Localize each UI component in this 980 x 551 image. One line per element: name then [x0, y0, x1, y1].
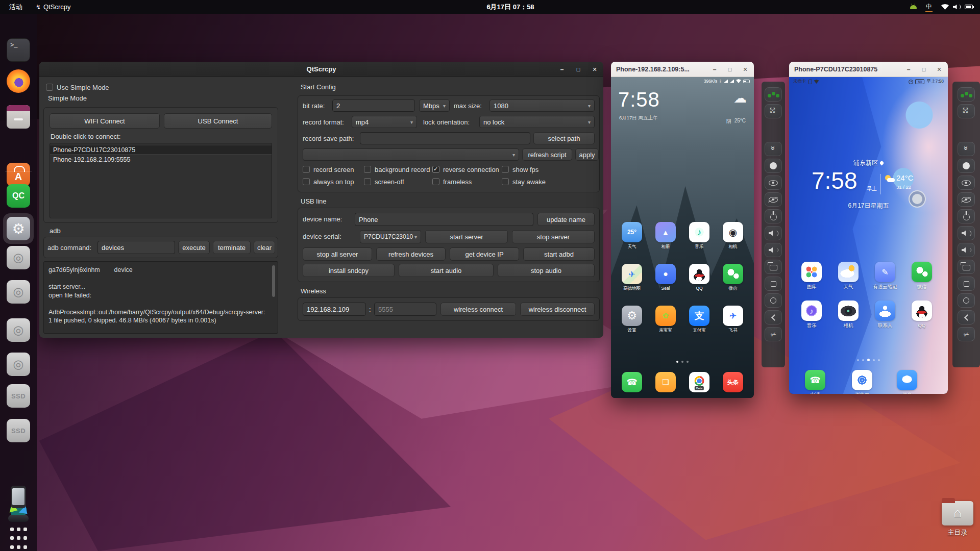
- volume-up-button[interactable]: [765, 226, 782, 240]
- always-on-top-checkbox[interactable]: [303, 178, 310, 185]
- assistive-ball[interactable]: [909, 190, 926, 208]
- app-yinyue[interactable]: ♪音乐: [689, 222, 709, 264]
- volume-down-button[interactable]: [765, 243, 782, 257]
- execute-button[interactable]: execute: [178, 241, 210, 254]
- app-tianqi[interactable]: 天气: [838, 262, 859, 300]
- select-path-button[interactable]: select path: [533, 132, 595, 144]
- device-serial-combo[interactable]: P7CDU17C23010▾: [360, 230, 421, 243]
- system-status-menu[interactable]: [941, 4, 973, 10]
- app-qq[interactable]: QQ: [912, 300, 932, 339]
- close-button[interactable]: [935, 65, 944, 74]
- app-shezhi[interactable]: ⚙设置: [622, 306, 642, 347]
- maximize-button[interactable]: [574, 65, 583, 74]
- home-button[interactable]: [958, 293, 975, 308]
- start-adbd-button[interactable]: start adbd: [523, 247, 595, 261]
- screenshot-button[interactable]: [765, 327, 782, 341]
- dock-app-messages[interactable]: 信息: [897, 370, 917, 394]
- device-list-item[interactable]: Phone-P7CDU17C23010875: [50, 145, 272, 155]
- dock-item-files[interactable]: [7, 105, 30, 129]
- bit-rate-unit-combo[interactable]: Mbps▾: [419, 99, 450, 112]
- adb-command-input[interactable]: devices: [97, 241, 175, 254]
- close-button[interactable]: [741, 65, 750, 74]
- expand-collapse-button[interactable]: [765, 142, 782, 156]
- app-lianxiren[interactable]: 联系人: [875, 300, 895, 339]
- terminate-button[interactable]: terminate: [213, 241, 251, 254]
- device-name-input[interactable]: Phone: [355, 213, 533, 226]
- reverse-connection-checkbox[interactable]: [432, 166, 439, 173]
- get-device-ip-button[interactable]: get device IP: [450, 247, 519, 261]
- wireless-port-input[interactable]: 5555: [374, 303, 436, 316]
- record-screen-checkbox[interactable]: [303, 166, 310, 173]
- app-tianqi[interactable]: 25°天气: [622, 222, 642, 264]
- app-qinbaobao[interactable]: ✿亲宝宝: [655, 306, 676, 347]
- app-feishu[interactable]: ✈飞书: [723, 306, 743, 347]
- dock-item-ssd-1[interactable]: SSD: [7, 384, 30, 408]
- dock-item-firefox[interactable]: [7, 69, 30, 93]
- desktop-home-folder[interactable]: ⌂ 主目录: [937, 501, 978, 537]
- dock-item-show-applications[interactable]: [7, 527, 30, 550]
- dock-app-phone[interactable]: ☎电话: [805, 370, 825, 394]
- clock-menu[interactable]: 6月17日 07：58: [486, 0, 534, 14]
- dock-app-toutiao[interactable]: 头条: [723, 372, 743, 392]
- adb-log-output[interactable]: ga7d65ylnj6xinhm device start server... …: [43, 261, 278, 334]
- wireless-ip-input[interactable]: 192.168.2.109: [303, 303, 366, 316]
- dock-item-disk-4[interactable]: ◎: [7, 353, 30, 376]
- usb-connect-button[interactable]: USB Connect: [164, 113, 272, 129]
- app-seal[interactable]: ●Seal: [655, 264, 676, 306]
- screen-on-button[interactable]: [958, 176, 975, 190]
- app-xiangji[interactable]: ◉相机: [723, 222, 743, 264]
- wireless-connect-button[interactable]: wireless connect: [440, 303, 516, 316]
- maximize-button[interactable]: [725, 65, 734, 74]
- wireless-disconnect-button[interactable]: wireless disconnect: [520, 303, 595, 316]
- dock-app-browser[interactable]: 浏览器: [852, 370, 872, 394]
- power-button[interactable]: [765, 209, 782, 223]
- app-wechat[interactable]: 微信: [723, 264, 743, 306]
- app-xiangji[interactable]: 相机: [838, 300, 859, 339]
- bit-rate-input[interactable]: 2: [332, 99, 415, 112]
- full-screen-button[interactable]: [765, 104, 782, 118]
- app-wechat[interactable]: 微信: [912, 262, 932, 300]
- menu-button[interactable]: [958, 277, 975, 291]
- volume-down-button[interactable]: [958, 243, 975, 257]
- background-record-checkbox[interactable]: [364, 166, 371, 173]
- dock-app-messages[interactable]: ❏: [655, 372, 676, 392]
- dock-item-disk-2[interactable]: ◎: [7, 280, 30, 304]
- max-size-combo[interactable]: 1080▾: [489, 99, 595, 112]
- minimize-button[interactable]: [557, 65, 567, 74]
- phone1-titlebar[interactable]: Phone-192.168.2.109:5...: [611, 62, 754, 77]
- close-button[interactable]: [590, 65, 599, 74]
- menu-button[interactable]: [765, 277, 782, 291]
- home-button[interactable]: [765, 293, 782, 308]
- refresh-devices-button[interactable]: refresh devices: [376, 247, 446, 261]
- script-combo[interactable]: ▾: [303, 148, 519, 161]
- touch-ball-button[interactable]: [765, 159, 782, 173]
- android-tray-icon[interactable]: [910, 5, 917, 9]
- refresh-script-button[interactable]: refresh script: [522, 148, 572, 161]
- phone1-screen[interactable]: 396K/s ᛒ 7:58 6月17日 周五上午 ☁ 阴25°C 25°天气 ▲…: [611, 77, 754, 398]
- dock-item-qtscrcpy-active[interactable]: ⚙: [7, 217, 30, 240]
- app-qq[interactable]: QQ: [689, 264, 709, 306]
- device-list-item[interactable]: Phone-192.168.2.109:5555: [50, 155, 272, 164]
- dock-item-disk-1[interactable]: ◎: [7, 246, 30, 269]
- full-screen-button[interactable]: [958, 104, 975, 118]
- update-name-button[interactable]: update name: [537, 213, 595, 226]
- dock-item-ubuntu-software[interactable]: A: [7, 163, 30, 186]
- app-switch-button[interactable]: [958, 260, 975, 274]
- wifi-connect-button[interactable]: WIFI Connect: [50, 113, 160, 129]
- app-tuku[interactable]: 图库: [801, 262, 822, 300]
- screen-on-button[interactable]: [765, 176, 782, 190]
- dock-item-terminal[interactable]: >_: [7, 38, 30, 62]
- stop-audio-button[interactable]: stop audio: [498, 264, 595, 277]
- dock-item-phone-device[interactable]: [7, 485, 30, 509]
- app-gaode[interactable]: ✈高德地图: [622, 264, 642, 306]
- screen-off-checkbox[interactable]: [364, 178, 371, 185]
- screen-off-button[interactable]: [765, 192, 782, 207]
- app-switch-button[interactable]: [765, 260, 782, 274]
- screen-off-button[interactable]: [958, 192, 975, 207]
- dock-app-chrome-beta[interactable]: Beta: [689, 372, 709, 392]
- install-sndcpy-button[interactable]: install sndcpy: [303, 264, 395, 277]
- maximize-button[interactable]: [919, 65, 928, 74]
- app-youdao[interactable]: ✎有道云笔记: [873, 262, 897, 300]
- dock-item-qtcreator[interactable]: QC: [7, 184, 30, 208]
- back-button[interactable]: [765, 310, 782, 324]
